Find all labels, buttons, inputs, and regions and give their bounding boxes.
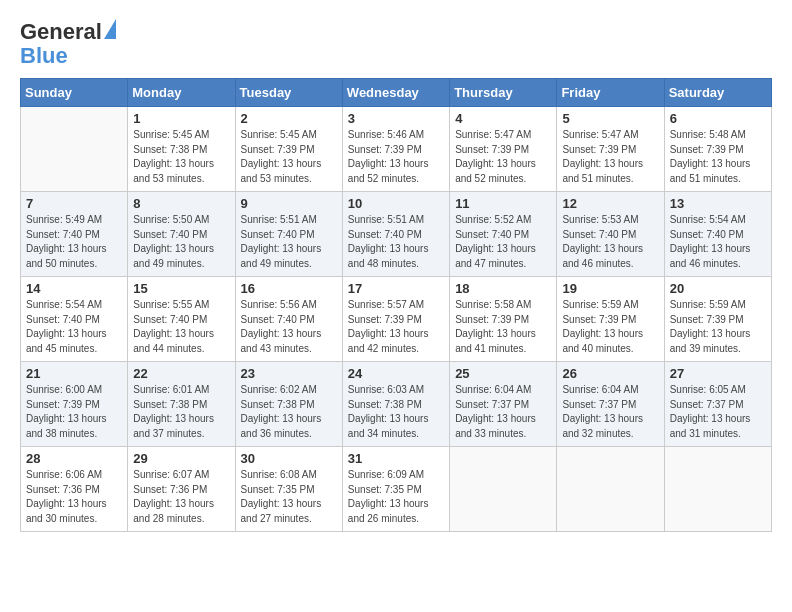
day-number: 29 — [133, 451, 229, 466]
calendar-cell: 17Sunrise: 5:57 AMSunset: 7:39 PMDayligh… — [342, 277, 449, 362]
calendar-cell: 11Sunrise: 5:52 AMSunset: 7:40 PMDayligh… — [450, 192, 557, 277]
calendar-week-row: 14Sunrise: 5:54 AMSunset: 7:40 PMDayligh… — [21, 277, 772, 362]
page-header: General Blue — [20, 20, 772, 68]
day-detail: Sunrise: 5:50 AMSunset: 7:40 PMDaylight:… — [133, 213, 229, 271]
calendar-cell: 14Sunrise: 5:54 AMSunset: 7:40 PMDayligh… — [21, 277, 128, 362]
day-number: 19 — [562, 281, 658, 296]
day-detail: Sunrise: 5:45 AMSunset: 7:39 PMDaylight:… — [241, 128, 337, 186]
day-number: 7 — [26, 196, 122, 211]
calendar-cell: 18Sunrise: 5:58 AMSunset: 7:39 PMDayligh… — [450, 277, 557, 362]
day-number: 31 — [348, 451, 444, 466]
calendar-cell: 9Sunrise: 5:51 AMSunset: 7:40 PMDaylight… — [235, 192, 342, 277]
day-number: 1 — [133, 111, 229, 126]
day-number: 18 — [455, 281, 551, 296]
day-number: 14 — [26, 281, 122, 296]
calendar-cell: 2Sunrise: 5:45 AMSunset: 7:39 PMDaylight… — [235, 107, 342, 192]
day-detail: Sunrise: 6:09 AMSunset: 7:35 PMDaylight:… — [348, 468, 444, 526]
calendar-week-row: 1Sunrise: 5:45 AMSunset: 7:38 PMDaylight… — [21, 107, 772, 192]
day-detail: Sunrise: 5:54 AMSunset: 7:40 PMDaylight:… — [670, 213, 766, 271]
day-detail: Sunrise: 5:59 AMSunset: 7:39 PMDaylight:… — [670, 298, 766, 356]
calendar-week-row: 28Sunrise: 6:06 AMSunset: 7:36 PMDayligh… — [21, 447, 772, 532]
calendar-cell: 23Sunrise: 6:02 AMSunset: 7:38 PMDayligh… — [235, 362, 342, 447]
day-number: 17 — [348, 281, 444, 296]
day-detail: Sunrise: 5:58 AMSunset: 7:39 PMDaylight:… — [455, 298, 551, 356]
day-number: 6 — [670, 111, 766, 126]
logo-text-blue: Blue — [20, 44, 116, 68]
weekday-header-monday: Monday — [128, 79, 235, 107]
calendar-cell: 1Sunrise: 5:45 AMSunset: 7:38 PMDaylight… — [128, 107, 235, 192]
calendar-cell: 31Sunrise: 6:09 AMSunset: 7:35 PMDayligh… — [342, 447, 449, 532]
day-detail: Sunrise: 5:46 AMSunset: 7:39 PMDaylight:… — [348, 128, 444, 186]
day-detail: Sunrise: 6:04 AMSunset: 7:37 PMDaylight:… — [562, 383, 658, 441]
day-number: 12 — [562, 196, 658, 211]
day-detail: Sunrise: 6:03 AMSunset: 7:38 PMDaylight:… — [348, 383, 444, 441]
day-number: 10 — [348, 196, 444, 211]
day-detail: Sunrise: 5:57 AMSunset: 7:39 PMDaylight:… — [348, 298, 444, 356]
day-detail: Sunrise: 5:48 AMSunset: 7:39 PMDaylight:… — [670, 128, 766, 186]
day-detail: Sunrise: 6:01 AMSunset: 7:38 PMDaylight:… — [133, 383, 229, 441]
day-detail: Sunrise: 6:05 AMSunset: 7:37 PMDaylight:… — [670, 383, 766, 441]
day-number: 8 — [133, 196, 229, 211]
calendar-cell — [21, 107, 128, 192]
calendar-cell — [450, 447, 557, 532]
calendar-cell: 27Sunrise: 6:05 AMSunset: 7:37 PMDayligh… — [664, 362, 771, 447]
calendar-cell: 15Sunrise: 5:55 AMSunset: 7:40 PMDayligh… — [128, 277, 235, 362]
weekday-header-saturday: Saturday — [664, 79, 771, 107]
calendar-cell: 28Sunrise: 6:06 AMSunset: 7:36 PMDayligh… — [21, 447, 128, 532]
day-detail: Sunrise: 5:51 AMSunset: 7:40 PMDaylight:… — [348, 213, 444, 271]
day-detail: Sunrise: 5:56 AMSunset: 7:40 PMDaylight:… — [241, 298, 337, 356]
calendar-cell: 6Sunrise: 5:48 AMSunset: 7:39 PMDaylight… — [664, 107, 771, 192]
day-detail: Sunrise: 5:51 AMSunset: 7:40 PMDaylight:… — [241, 213, 337, 271]
day-detail: Sunrise: 5:47 AMSunset: 7:39 PMDaylight:… — [562, 128, 658, 186]
day-number: 30 — [241, 451, 337, 466]
weekday-header-wednesday: Wednesday — [342, 79, 449, 107]
weekday-header-thursday: Thursday — [450, 79, 557, 107]
day-detail: Sunrise: 5:45 AMSunset: 7:38 PMDaylight:… — [133, 128, 229, 186]
day-number: 15 — [133, 281, 229, 296]
calendar-cell: 29Sunrise: 6:07 AMSunset: 7:36 PMDayligh… — [128, 447, 235, 532]
calendar-week-row: 21Sunrise: 6:00 AMSunset: 7:39 PMDayligh… — [21, 362, 772, 447]
calendar-cell: 10Sunrise: 5:51 AMSunset: 7:40 PMDayligh… — [342, 192, 449, 277]
day-detail: Sunrise: 6:02 AMSunset: 7:38 PMDaylight:… — [241, 383, 337, 441]
day-detail: Sunrise: 5:47 AMSunset: 7:39 PMDaylight:… — [455, 128, 551, 186]
calendar-cell: 13Sunrise: 5:54 AMSunset: 7:40 PMDayligh… — [664, 192, 771, 277]
calendar-cell — [557, 447, 664, 532]
day-number: 13 — [670, 196, 766, 211]
calendar-week-row: 7Sunrise: 5:49 AMSunset: 7:40 PMDaylight… — [21, 192, 772, 277]
day-number: 11 — [455, 196, 551, 211]
calendar-table: SundayMondayTuesdayWednesdayThursdayFrid… — [20, 78, 772, 532]
day-number: 21 — [26, 366, 122, 381]
calendar-cell: 4Sunrise: 5:47 AMSunset: 7:39 PMDaylight… — [450, 107, 557, 192]
calendar-cell: 26Sunrise: 6:04 AMSunset: 7:37 PMDayligh… — [557, 362, 664, 447]
day-detail: Sunrise: 5:49 AMSunset: 7:40 PMDaylight:… — [26, 213, 122, 271]
calendar-cell: 20Sunrise: 5:59 AMSunset: 7:39 PMDayligh… — [664, 277, 771, 362]
day-number: 26 — [562, 366, 658, 381]
calendar-cell: 24Sunrise: 6:03 AMSunset: 7:38 PMDayligh… — [342, 362, 449, 447]
calendar-cell: 16Sunrise: 5:56 AMSunset: 7:40 PMDayligh… — [235, 277, 342, 362]
day-number: 23 — [241, 366, 337, 381]
day-number: 24 — [348, 366, 444, 381]
calendar-cell: 25Sunrise: 6:04 AMSunset: 7:37 PMDayligh… — [450, 362, 557, 447]
day-number: 3 — [348, 111, 444, 126]
day-detail: Sunrise: 5:53 AMSunset: 7:40 PMDaylight:… — [562, 213, 658, 271]
day-detail: Sunrise: 5:52 AMSunset: 7:40 PMDaylight:… — [455, 213, 551, 271]
day-detail: Sunrise: 6:04 AMSunset: 7:37 PMDaylight:… — [455, 383, 551, 441]
day-number: 16 — [241, 281, 337, 296]
calendar-cell: 7Sunrise: 5:49 AMSunset: 7:40 PMDaylight… — [21, 192, 128, 277]
day-number: 28 — [26, 451, 122, 466]
day-detail: Sunrise: 6:06 AMSunset: 7:36 PMDaylight:… — [26, 468, 122, 526]
calendar-cell: 5Sunrise: 5:47 AMSunset: 7:39 PMDaylight… — [557, 107, 664, 192]
day-detail: Sunrise: 5:55 AMSunset: 7:40 PMDaylight:… — [133, 298, 229, 356]
calendar-cell: 19Sunrise: 5:59 AMSunset: 7:39 PMDayligh… — [557, 277, 664, 362]
weekday-header-tuesday: Tuesday — [235, 79, 342, 107]
weekday-header-friday: Friday — [557, 79, 664, 107]
calendar-cell — [664, 447, 771, 532]
day-detail: Sunrise: 6:08 AMSunset: 7:35 PMDaylight:… — [241, 468, 337, 526]
calendar-cell: 22Sunrise: 6:01 AMSunset: 7:38 PMDayligh… — [128, 362, 235, 447]
calendar-cell: 12Sunrise: 5:53 AMSunset: 7:40 PMDayligh… — [557, 192, 664, 277]
calendar-cell: 21Sunrise: 6:00 AMSunset: 7:39 PMDayligh… — [21, 362, 128, 447]
weekday-header-row: SundayMondayTuesdayWednesdayThursdayFrid… — [21, 79, 772, 107]
day-number: 25 — [455, 366, 551, 381]
day-detail: Sunrise: 5:59 AMSunset: 7:39 PMDaylight:… — [562, 298, 658, 356]
day-number: 22 — [133, 366, 229, 381]
